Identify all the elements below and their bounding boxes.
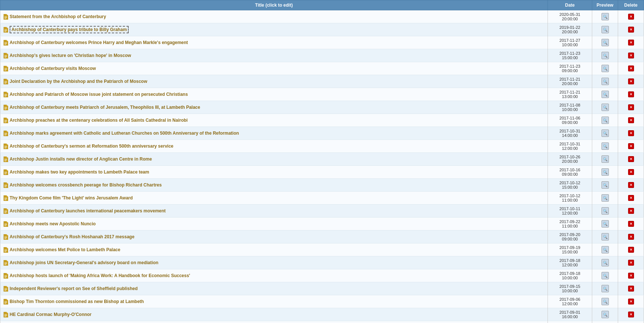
title-link[interactable]: Independent Reviewer's report on See of … <box>10 286 138 291</box>
document-icon <box>3 79 8 84</box>
delete-button[interactable] <box>628 221 634 227</box>
preview-button[interactable] <box>601 52 609 59</box>
preview-cell <box>592 179 618 192</box>
document-icon <box>3 273 8 279</box>
preview-cell <box>592 192 618 205</box>
title-link[interactable]: Thy Kingdom Come film 'The Light' wins J… <box>10 195 133 201</box>
title-link[interactable]: Statement from the Archbishop of Canterb… <box>10 14 106 19</box>
document-icon <box>3 286 8 292</box>
preview-button[interactable] <box>601 246 609 253</box>
preview-button[interactable] <box>601 39 609 46</box>
title-link[interactable]: Archbishop of Canterbury visits Moscow <box>10 66 96 71</box>
title-link[interactable]: Joint Declaration by the Archbishop and … <box>10 79 147 84</box>
delete-button[interactable] <box>628 260 634 266</box>
delete-cell <box>618 49 644 62</box>
preview-cell <box>592 308 618 321</box>
preview-cell <box>592 166 618 179</box>
title-cell: Archbishop joins UN Secretary-General's … <box>0 256 548 269</box>
preview-button[interactable] <box>601 142 609 150</box>
preview-button[interactable] <box>601 78 609 85</box>
title-cell: Archbishop meets new Apostolic Nuncio <box>0 218 548 231</box>
delete-button[interactable] <box>628 169 634 175</box>
delete-cell <box>618 23 644 36</box>
delete-button[interactable] <box>628 14 634 20</box>
preview-button[interactable] <box>601 168 609 176</box>
title-cell: Independent Reviewer's report on See of … <box>0 282 548 295</box>
preview-cell <box>592 295 618 308</box>
title-link[interactable]: Archbishop's gives lecture on 'Christian… <box>10 53 131 58</box>
title-link[interactable]: Archbishop preaches at the centenary cel… <box>10 118 188 123</box>
title-link[interactable]: Archbishop meets new Apostolic Nuncio <box>10 221 96 226</box>
title-link[interactable]: HE Cardinal Cormac Murphy-O'Connor <box>10 312 92 317</box>
title-link[interactable]: Archbishop welcomes Met Police to Lambet… <box>10 247 120 252</box>
preview-button[interactable] <box>601 194 609 202</box>
delete-button[interactable] <box>628 130 634 136</box>
delete-button[interactable] <box>628 208 634 214</box>
preview-button[interactable] <box>601 26 609 33</box>
title-cell: Archbishop makes two key appointments to… <box>0 166 548 179</box>
preview-button[interactable] <box>601 104 609 111</box>
preview-button[interactable] <box>601 65 609 72</box>
preview-button[interactable] <box>601 207 609 215</box>
delete-button[interactable] <box>628 117 634 123</box>
delete-button[interactable] <box>628 312 634 317</box>
title-link[interactable]: Archbishop of Canterbury launches intern… <box>10 208 166 213</box>
preview-button[interactable] <box>601 129 609 137</box>
preview-button[interactable] <box>601 117 609 124</box>
title-link[interactable]: Archbishop of Canterbury's Rosh Hoshanah… <box>10 234 135 239</box>
delete-button[interactable] <box>628 65 634 71</box>
delete-cell <box>618 10 644 23</box>
preview-button[interactable] <box>601 181 609 189</box>
preview-button[interactable] <box>601 13 609 20</box>
delete-button[interactable] <box>628 286 634 292</box>
delete-cell <box>618 36 644 49</box>
date-cell: 2017-09-20 09:00:00 <box>548 231 592 243</box>
preview-button[interactable] <box>601 220 609 228</box>
title-link[interactable]: Archbishop of Canterbury meets Patriarch… <box>10 105 200 110</box>
delete-button[interactable] <box>628 247 634 253</box>
preview-button[interactable] <box>601 285 609 292</box>
delete-button[interactable] <box>628 78 634 84</box>
title-link[interactable]: Archbishop Justin installs new director … <box>10 157 152 162</box>
document-icon <box>3 66 8 71</box>
title-link[interactable]: Archbishop joins UN Secretary-General's … <box>10 260 158 265</box>
preview-button[interactable] <box>601 311 609 318</box>
preview-button[interactable] <box>601 272 609 279</box>
title-link[interactable]: Archbishop marks agreement with Catholic… <box>10 131 239 136</box>
preview-button[interactable] <box>601 298 609 305</box>
title-cell: Archbishop welcomes crossbench peerage f… <box>0 179 548 192</box>
preview-button[interactable] <box>601 155 609 163</box>
delete-button[interactable] <box>628 27 634 33</box>
delete-button[interactable] <box>628 104 634 110</box>
title-link[interactable]: Archbishop and Patriarch of Moscow issue… <box>10 92 188 97</box>
title-link[interactable]: Bishop Tim Thornton commissioned as new … <box>10 299 144 304</box>
title-link[interactable]: Archbishop hosts launch of 'Making Afric… <box>10 273 190 278</box>
title-link[interactable]: Archbishop of Canterbury welcomes Prince… <box>10 40 188 45</box>
date-column-header: Date <box>548 0 592 10</box>
delete-button[interactable] <box>628 40 634 46</box>
delete-button[interactable] <box>628 91 634 97</box>
title-link[interactable]: Archbishop welcomes crossbench peerage f… <box>10 182 162 188</box>
title-link[interactable]: Archbishop of Canterbury's sermon at Ref… <box>10 144 173 149</box>
delete-button[interactable] <box>628 234 634 240</box>
preview-button[interactable] <box>601 233 609 240</box>
document-icon <box>3 234 8 240</box>
title-link[interactable]: Archbishop of Canterbury pays tribute to… <box>10 26 129 33</box>
title-cell: HE Cardinal Cormac Murphy-O'Connor <box>0 308 548 321</box>
delete-button[interactable] <box>628 195 634 201</box>
preview-button[interactable] <box>601 259 609 266</box>
document-icon <box>3 157 8 162</box>
preview-cell <box>592 256 618 269</box>
delete-button[interactable] <box>628 182 634 188</box>
preview-button[interactable] <box>601 91 609 98</box>
delete-button[interactable] <box>628 299 634 305</box>
delete-button[interactable] <box>628 53 634 58</box>
title-link[interactable]: Archbishop makes two key appointments to… <box>10 169 149 175</box>
title-cell: Bishop Tim Thornton commissioned as new … <box>0 295 548 308</box>
delete-button[interactable] <box>628 156 634 162</box>
title-cell: Archbishop of Canterbury meets Patriarch… <box>0 101 548 114</box>
delete-button[interactable] <box>628 273 634 279</box>
delete-button[interactable] <box>628 143 634 149</box>
date-cell: 2017-10-31 14:00:00 <box>548 127 592 140</box>
document-icon <box>3 221 8 227</box>
